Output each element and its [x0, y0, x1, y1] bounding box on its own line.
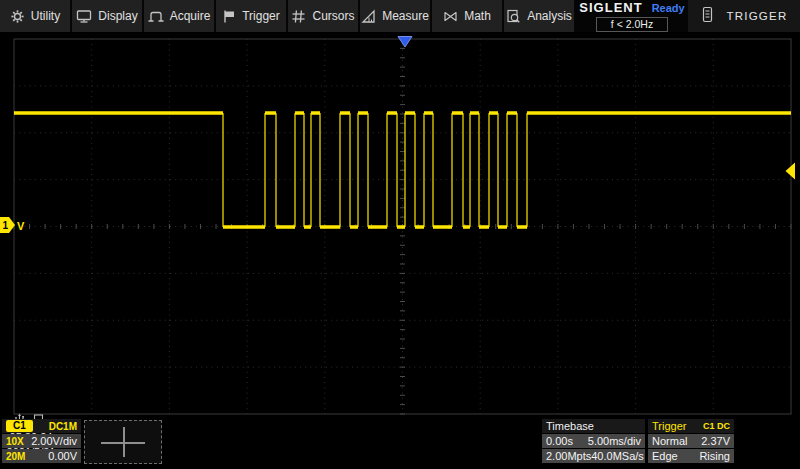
- menu-item-label: Measure: [382, 9, 429, 23]
- gear-icon: [10, 9, 25, 24]
- plus-icon: [123, 427, 125, 457]
- brand-block: SIGLENT Ready f < 2.0Hz: [576, 0, 688, 32]
- menu-item-math[interactable]: Math: [432, 0, 504, 32]
- menu-item-measure[interactable]: Measure: [360, 0, 432, 32]
- trigger-status-badge: Ready: [652, 2, 685, 14]
- menu-item-label: Utility: [31, 9, 60, 23]
- menu-item-label: Analysis: [527, 9, 572, 23]
- menu-item-trigger[interactable]: Trigger: [216, 0, 288, 32]
- timebase-scale: 5.00ms/div: [588, 435, 641, 447]
- channel1-badge[interactable]: C1: [6, 420, 33, 432]
- menu-item-utility[interactable]: Utility: [0, 0, 72, 32]
- trigger-source: C1 DC: [703, 421, 730, 431]
- menu-item-analysis[interactable]: Analysis: [504, 0, 576, 32]
- channel1-panel[interactable]: C1 DC1M 10X 2.00V/div 20M 0.00V: [2, 419, 81, 463]
- trigger-menu-button[interactable]: TRIGGER: [688, 0, 800, 32]
- timebase-delay: 0.00s: [546, 435, 573, 447]
- trigger-panel[interactable]: Trigger C1 DC Normal 2.37V Edge Rising: [648, 419, 734, 463]
- display-icon: [76, 9, 92, 24]
- acquire-icon: [148, 9, 164, 24]
- trigger-type: Edge: [652, 450, 678, 462]
- menu-item-label: Cursors: [312, 9, 354, 23]
- menu-item-acquire[interactable]: Acquire: [144, 0, 216, 32]
- channel1-offset: 0.00V: [48, 450, 77, 462]
- oscilloscope-ui: UtilityDisplayAcquireTriggerCursorsMeasu…: [0, 0, 800, 469]
- timebase-panel[interactable]: Timebase 0.00s 5.00ms/div 2.00Mpts 40.0M…: [542, 419, 645, 463]
- svg-text:1: 1: [3, 220, 9, 231]
- menu-item-label: Trigger: [242, 9, 280, 23]
- add-channel-button[interactable]: [84, 420, 162, 464]
- channel1-probe: 10X: [6, 436, 24, 447]
- menu-item-label: Display: [98, 9, 137, 23]
- trigger-settings-icon: [701, 6, 714, 27]
- menu-item-display[interactable]: Display: [72, 0, 144, 32]
- trigger-menu-label: TRIGGER: [727, 10, 788, 22]
- waveform-display[interactable]: 1V: [0, 32, 800, 415]
- menu-items: UtilityDisplayAcquireTriggerCursorsMeasu…: [0, 0, 576, 32]
- timebase-samplerate: 40.0MSa/s: [591, 450, 644, 462]
- menubar: UtilityDisplayAcquireTriggerCursorsMeasu…: [0, 0, 800, 32]
- timebase-title: Timebase: [546, 420, 594, 432]
- channel1-bandwidth: 20M: [6, 451, 25, 462]
- menu-item-cursors[interactable]: Cursors: [288, 0, 360, 32]
- menu-item-label: Acquire: [170, 9, 211, 23]
- measure-icon: [361, 9, 376, 24]
- menu-item-label: Math: [464, 9, 491, 23]
- channel1-coupling: DC1M: [49, 421, 77, 432]
- bottombar: C1 DC1M 10X 2.00V/div 20M 0.00V Timebase…: [0, 415, 800, 469]
- siglent-logo: SIGLENT: [579, 0, 642, 15]
- channel1-scale: 2.00V/div: [31, 435, 77, 447]
- math-icon: [443, 9, 458, 24]
- analysis-icon: [506, 9, 521, 24]
- trigger-title: Trigger: [652, 420, 686, 432]
- frequency-counter: f < 2.0Hz: [596, 17, 668, 32]
- waveform-svg: 1V: [0, 32, 800, 415]
- cursors-icon: [291, 9, 306, 24]
- flag-icon: [222, 9, 236, 24]
- trigger-level: 2.37V: [701, 435, 730, 447]
- svg-text:V: V: [17, 220, 25, 232]
- trigger-slope: Rising: [699, 450, 730, 462]
- trigger-mode: Normal: [652, 435, 687, 447]
- timebase-memory: 2.00Mpts: [546, 450, 591, 462]
